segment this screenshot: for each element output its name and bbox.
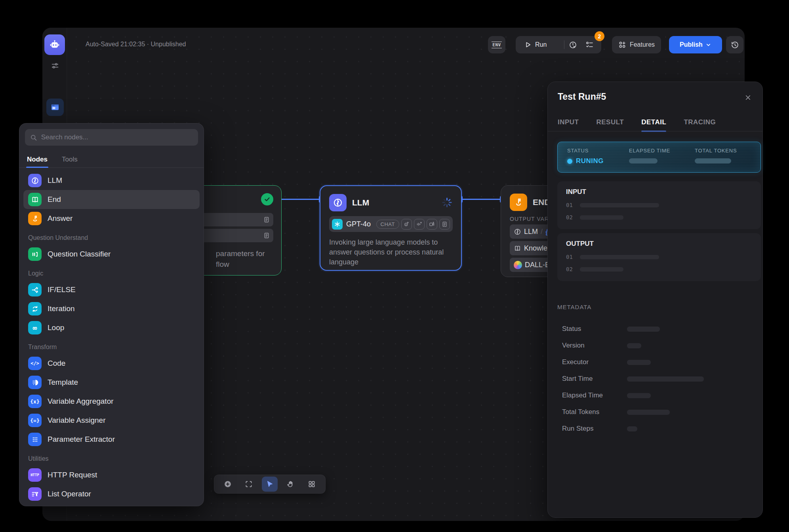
- chip-separator: /: [541, 228, 543, 236]
- metadata-row: Total Tokens: [562, 404, 753, 420]
- metadata-row: Version: [562, 337, 753, 354]
- features-label: Features: [630, 41, 655, 48]
- node-item-list-operator[interactable]: List Operator: [23, 484, 200, 504]
- row-index: 02: [566, 266, 573, 272]
- tab-tools[interactable]: Tools: [62, 151, 78, 167]
- template-icon: [28, 376, 42, 389]
- hand-icon: [287, 480, 295, 488]
- canvas-toolbar: [214, 475, 326, 494]
- run-button-group: Run: [516, 36, 601, 53]
- node-search[interactable]: [25, 129, 198, 146]
- run-panel-tabs: INPUT RESULT DETAIL TRACING: [558, 118, 716, 132]
- document-capability-icon: [439, 219, 450, 230]
- status-dot: [567, 159, 572, 164]
- metadata-row: Elapsed Time: [562, 387, 753, 404]
- value-skeleton: [627, 376, 704, 382]
- robot-app-icon[interactable]: [44, 34, 65, 55]
- features-button[interactable]: Features: [612, 36, 661, 53]
- chip-label: LLM: [524, 228, 538, 236]
- checklist-icon: [585, 41, 594, 49]
- cycle-icon: [28, 302, 42, 315]
- node-item-template[interactable]: Template: [23, 373, 200, 392]
- metadata-label: Run Steps: [562, 425, 627, 433]
- run-label: Run: [535, 41, 547, 48]
- add-note-button[interactable]: [241, 477, 257, 492]
- http-icon: HTTP: [28, 468, 42, 482]
- node-item-code[interactable]: </> Code: [23, 354, 200, 373]
- status-value: RUNING: [576, 157, 604, 165]
- node-item-loop[interactable]: ∞ Loop: [23, 318, 200, 337]
- features-icon: [618, 41, 626, 49]
- metadata-rows: Status Version Executor Start Time Elaps…: [562, 321, 753, 437]
- env-variables-button[interactable]: ENV: [488, 36, 505, 53]
- node-picker-panel: Nodes Tools LLM End Answer Question Unde…: [19, 123, 204, 506]
- tab-input[interactable]: INPUT: [558, 118, 579, 132]
- output-section: OUTPUT 01 02: [557, 233, 761, 281]
- node-item-label: Iteration: [48, 304, 75, 313]
- metadata-row: Start Time: [562, 370, 753, 387]
- llm-node[interactable]: LLM GPT-4o CHAT: [320, 185, 462, 271]
- close-button[interactable]: [742, 91, 754, 103]
- node-item-parameter-extractor[interactable]: Parameter Extractor: [23, 430, 200, 449]
- node-panel-tabs: Nodes Tools: [19, 151, 204, 168]
- node-item-question-classifier[interactable]: Question Classifier: [23, 245, 200, 264]
- metadata-label: Start Time: [562, 375, 627, 383]
- node-item-label: Answer: [48, 214, 72, 223]
- value-skeleton: [627, 360, 651, 365]
- checklist-button[interactable]: [581, 41, 598, 49]
- metadata-label: Executor: [562, 358, 627, 366]
- history-clock-icon: [731, 41, 739, 49]
- node-item-variable-aggregator[interactable]: {x} Variable Aggregator: [23, 392, 200, 411]
- node-item-iteration[interactable]: Iteration: [23, 299, 200, 318]
- total-tokens-label: TOTAL TOKENS: [695, 148, 737, 154]
- tab-tracing[interactable]: TRACING: [684, 118, 716, 132]
- search-input[interactable]: [41, 133, 193, 141]
- model-selector[interactable]: GPT-4o CHAT: [329, 216, 453, 232]
- organize-nodes-button[interactable]: [304, 477, 320, 492]
- node-item-llm[interactable]: LLM: [23, 171, 200, 190]
- version-history-button[interactable]: [726, 36, 743, 53]
- dot-grid-icon: [28, 433, 42, 446]
- hand-mode-button[interactable]: [283, 477, 299, 492]
- row-index: 01: [566, 254, 573, 260]
- chat-mode-badge: CHAT: [376, 220, 399, 229]
- node-item-label: LLM: [48, 176, 62, 185]
- node-item-label: Parameter Extractor: [48, 435, 115, 444]
- book-icon: [28, 193, 42, 206]
- node-item-label: List Operator: [48, 490, 91, 498]
- run-panel-title: Test Run#5: [558, 91, 606, 102]
- node-item-if-else[interactable]: IF/ELSE: [23, 280, 200, 299]
- checklist-count-badge: 2: [595, 31, 604, 41]
- publish-button[interactable]: Publish: [669, 36, 722, 53]
- metadata-label: Status: [562, 325, 627, 333]
- section-header: Utilities: [23, 449, 200, 466]
- output-section-title: OUTPUT: [566, 240, 752, 248]
- node-list: LLM End Answer Question Understand Quest…: [19, 168, 204, 506]
- elapsed-time-label: ELAPSED TIME: [629, 148, 695, 154]
- capture-frame-icon: [245, 480, 253, 488]
- tab-detail[interactable]: DETAIL: [641, 118, 666, 132]
- workflow-panel-icon[interactable]: [46, 99, 64, 116]
- add-node-button[interactable]: [220, 477, 236, 492]
- run-history-time-button[interactable]: [564, 41, 581, 49]
- node-item-label: Template: [48, 378, 78, 387]
- preferences-sliders-icon[interactable]: [46, 57, 64, 74]
- tab-nodes[interactable]: Nodes: [27, 151, 48, 167]
- code-icon: </>: [28, 357, 42, 370]
- run-button[interactable]: Run: [516, 41, 564, 48]
- pointer-mode-button[interactable]: [262, 477, 278, 492]
- flag-icon: [28, 212, 42, 225]
- publish-label: Publish: [680, 41, 703, 48]
- row-index: 02: [566, 214, 573, 220]
- list-filter-icon: [28, 487, 42, 501]
- node-item-answer[interactable]: Answer: [23, 209, 200, 228]
- node-item-variable-assigner[interactable]: {=} Variable Assigner: [23, 411, 200, 430]
- openai-logo-icon: [332, 219, 343, 230]
- tab-result[interactable]: RESULT: [597, 118, 624, 132]
- metadata-label: Version: [562, 342, 627, 350]
- node-item-http-request[interactable]: HTTP HTTP Request: [23, 466, 200, 484]
- node-item-end[interactable]: End: [23, 190, 200, 209]
- chip-label: DALL-E: [525, 261, 550, 269]
- value-skeleton: [627, 327, 660, 332]
- edge-start-to-llm: [281, 199, 320, 200]
